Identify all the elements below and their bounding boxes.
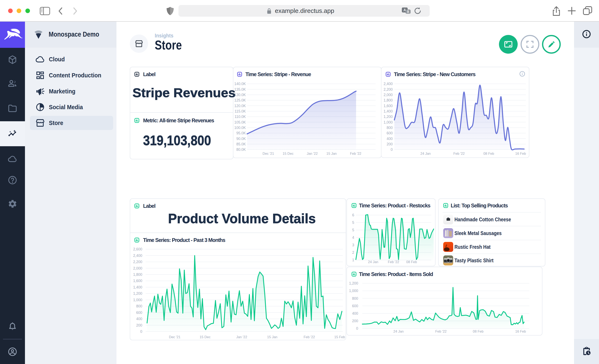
svg-text:2,000: 2,000 [384,93,393,97]
svg-text:15 Dec: 15 Dec [283,152,293,155]
svg-text:115.0K: 115.0K [235,109,246,113]
svg-text:200: 200 [387,142,393,146]
svg-text:1,000: 1,000 [349,289,358,293]
svg-text:16 Feb: 16 Feb [515,329,526,333]
svg-text:200: 200 [136,323,142,327]
svg-text:1,800: 1,800 [384,98,393,102]
svg-text:15 Jan: 15 Jan [267,335,277,339]
svg-text:15 Dec: 15 Dec [200,335,211,339]
svg-text:Dec '21: Dec '21 [263,152,274,155]
svg-text:140.0K: 140.0K [234,82,246,86]
svg-text:Feb '22: Feb '22 [350,152,361,155]
svg-text:400: 400 [387,137,393,141]
svg-text:130.0K: 130.0K [234,93,246,97]
svg-text:08 Feb: 08 Feb [483,152,494,155]
svg-text:15 Jan: 15 Jan [326,152,337,155]
svg-text:08 Feb: 08 Feb [406,260,417,264]
svg-text:6: 6 [352,213,354,217]
svg-text:3: 3 [352,243,354,247]
svg-text:125.0K: 125.0K [234,98,246,102]
svg-text:105.0K: 105.0K [234,120,246,124]
svg-text:110.0K: 110.0K [235,115,246,119]
svg-text:1,000: 1,000 [133,298,142,302]
svg-text:4: 4 [352,235,354,240]
svg-text:1,400: 1,400 [384,109,393,113]
svg-text:200: 200 [352,319,358,323]
svg-text:1,600: 1,600 [133,279,142,283]
svg-text:95.0K: 95.0K [236,131,246,135]
svg-text:1,400: 1,400 [133,285,142,289]
svg-text:80.0K: 80.0K [236,147,246,152]
svg-text:800: 800 [136,304,142,308]
svg-text:1,200: 1,200 [384,115,393,119]
svg-text:Feb '22: Feb '22 [453,152,465,155]
svg-text:2,400: 2,400 [133,254,142,258]
svg-text:1: 1 [352,258,354,262]
svg-text:2,200: 2,200 [133,260,142,264]
svg-text:1,200: 1,200 [133,291,142,296]
svg-text:1,200: 1,200 [349,281,358,285]
svg-text:24 Jan: 24 Jan [368,260,378,264]
svg-text:Jan '22: Jan '22 [236,335,247,339]
svg-text:600: 600 [352,304,358,308]
svg-text:16 Feb: 16 Feb [515,152,526,155]
svg-text:24 Jan: 24 Jan [420,152,431,155]
svg-text:1,000: 1,000 [384,120,393,124]
svg-text:800: 800 [387,126,393,130]
svg-text:2,400: 2,400 [384,82,393,86]
svg-text:5: 5 [352,221,354,225]
svg-text:2: 2 [352,250,354,255]
svg-text:600: 600 [136,311,142,315]
svg-text:600: 600 [387,131,393,135]
svg-text:Feb '22: Feb '22 [435,329,447,333]
svg-text:08 Feb: 08 Feb [473,329,483,333]
svg-text:100.0K: 100.0K [234,126,246,130]
svg-text:2,200: 2,200 [384,87,393,91]
svg-text:400: 400 [352,311,358,316]
svg-text:2,600: 2,600 [133,247,142,251]
svg-text:0: 0 [140,329,142,334]
svg-text:Jan '22: Jan '22 [307,152,318,155]
svg-text:400: 400 [136,317,142,321]
svg-text:15 Feb: 15 Feb [334,335,345,339]
svg-text:120.0K: 120.0K [234,104,246,108]
svg-text:5: 5 [352,228,354,232]
svg-text:Dec '21: Dec '21 [169,335,180,339]
svg-text:24 Jan: 24 Jan [393,329,404,333]
svg-text:135.0K: 135.0K [234,87,246,91]
svg-text:1,800: 1,800 [133,273,142,277]
svg-text:85.0K: 85.0K [236,142,246,146]
svg-text:Feb '22: Feb '22 [388,260,399,264]
svg-text:0: 0 [391,147,393,152]
svg-text:0: 0 [356,326,358,330]
svg-text:1,600: 1,600 [384,104,393,108]
svg-text:800: 800 [352,296,358,301]
svg-text:2,000: 2,000 [133,266,142,270]
svg-text:90.0K: 90.0K [236,137,246,141]
svg-text:Feb '22: Feb '22 [304,335,315,339]
